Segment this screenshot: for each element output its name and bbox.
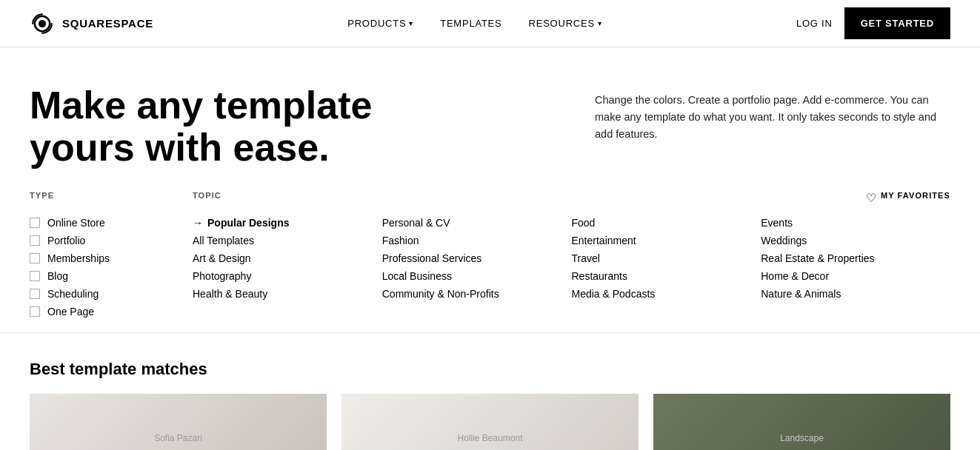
- header-actions: LOG IN GET STARTED: [796, 7, 950, 39]
- header: SQUARESPACE PRODUCTS ▾ TEMPLATES RESOURC…: [0, 0, 980, 47]
- filters-row: Online Store Portfolio Memberships Blog …: [30, 217, 950, 318]
- templates-grid: Sofia Pazari Hollie Beaumont Landscape: [30, 394, 950, 450]
- best-matches-section: Best template matches Sofia Pazari Holli…: [0, 333, 980, 450]
- topic-popular-designs[interactable]: → Popular Designs: [193, 217, 382, 229]
- checkbox-icon: [30, 289, 40, 299]
- nav-templates[interactable]: TEMPLATES: [440, 18, 501, 29]
- topic-local-business[interactable]: Local Business: [382, 270, 572, 282]
- topic-col-3: Food Entertainment Travel Restaurants Me…: [572, 217, 761, 318]
- topic-col-4: Events Weddings Real Estate & Properties…: [761, 217, 950, 318]
- hero-section: Make any template yours with ease. Chang…: [0, 47, 980, 191]
- topic-personal-cv[interactable]: Personal & CV: [382, 217, 572, 229]
- topic-label: TOPIC: [193, 191, 356, 200]
- chevron-down-icon: ▾: [598, 19, 602, 27]
- template-preview-1: Sofia Pazari: [30, 394, 327, 450]
- hero-title: Make any template yours with ease.: [30, 84, 400, 169]
- topic-community-nonprofits[interactable]: Community & Non-Profits: [382, 288, 572, 300]
- template-card-3[interactable]: Landscape: [653, 394, 950, 450]
- topic-professional-services[interactable]: Professional Services: [382, 252, 572, 264]
- topic-fashion[interactable]: Fashion: [382, 235, 572, 246]
- topic-weddings[interactable]: Weddings: [761, 235, 950, 246]
- favorites-area[interactable]: ♡ MY FAVORITES: [866, 191, 950, 205]
- filter-labels: TYPE TOPIC: [30, 191, 356, 200]
- filters-top: TYPE TOPIC ♡ MY FAVORITES: [30, 191, 950, 205]
- template-preview-2: Hollie Beaumont: [341, 394, 639, 450]
- type-column: Online Store Portfolio Memberships Blog …: [30, 217, 193, 318]
- topic-entertainment[interactable]: Entertainment: [572, 235, 761, 246]
- checkbox-icon: [30, 306, 40, 317]
- squarespace-logo-icon: [30, 11, 55, 36]
- template-card-2[interactable]: Hollie Beaumont: [341, 394, 639, 450]
- topic-col-1: → Popular Designs All Templates Art & De…: [193, 217, 382, 318]
- topic-col-2: Personal & CV Fashion Professional Servi…: [382, 217, 572, 318]
- filters-section: TYPE TOPIC ♡ MY FAVORITES Online Store P…: [0, 191, 980, 333]
- checkbox-icon: [30, 218, 40, 228]
- topic-health-beauty[interactable]: Health & Beauty: [193, 288, 382, 300]
- heart-icon: ♡: [866, 191, 876, 205]
- best-matches-title: Best template matches: [30, 360, 950, 379]
- topic-area: → Popular Designs All Templates Art & De…: [193, 217, 950, 318]
- type-online-store[interactable]: Online Store: [30, 217, 193, 229]
- topic-events[interactable]: Events: [761, 217, 950, 229]
- topic-all-templates[interactable]: All Templates: [193, 235, 382, 246]
- checkbox-icon: [30, 235, 40, 246]
- topic-home-decor[interactable]: Home & Decor: [761, 270, 950, 282]
- arrow-icon: →: [193, 217, 203, 229]
- topic-art-design[interactable]: Art & Design: [193, 252, 382, 264]
- template-card-1[interactable]: Sofia Pazari: [30, 394, 327, 450]
- topic-restaurants[interactable]: Restaurants: [572, 270, 761, 282]
- topic-photography[interactable]: Photography: [193, 270, 382, 282]
- topic-media-podcasts[interactable]: Media & Podcasts: [572, 288, 761, 300]
- type-label: TYPE: [30, 191, 193, 200]
- nav-products[interactable]: PRODUCTS ▾: [347, 18, 413, 29]
- login-button[interactable]: LOG IN: [796, 18, 833, 29]
- type-memberships[interactable]: Memberships: [30, 252, 193, 264]
- type-one-page[interactable]: One Page: [30, 306, 193, 318]
- topic-real-estate[interactable]: Real Estate & Properties: [761, 252, 950, 264]
- favorites-label: MY FAVORITES: [881, 191, 950, 200]
- topic-nature-animals[interactable]: Nature & Animals: [761, 288, 950, 300]
- checkbox-icon: [30, 253, 40, 263]
- type-scheduling[interactable]: Scheduling: [30, 288, 193, 300]
- nav-resources[interactable]: RESOURCES ▾: [529, 18, 602, 29]
- main-nav: PRODUCTS ▾ TEMPLATES RESOURCES ▾: [347, 18, 601, 29]
- checkbox-icon: [30, 271, 40, 281]
- chevron-down-icon: ▾: [409, 19, 413, 27]
- template-preview-3: Landscape: [653, 394, 950, 450]
- topic-travel[interactable]: Travel: [572, 252, 761, 264]
- get-started-button[interactable]: GET STARTED: [844, 7, 950, 39]
- type-blog[interactable]: Blog: [30, 270, 193, 282]
- type-portfolio[interactable]: Portfolio: [30, 235, 193, 246]
- topic-food[interactable]: Food: [572, 217, 761, 229]
- logo[interactable]: SQUARESPACE: [30, 11, 153, 36]
- hero-description: Change the colors. Create a portfolio pa…: [595, 92, 950, 144]
